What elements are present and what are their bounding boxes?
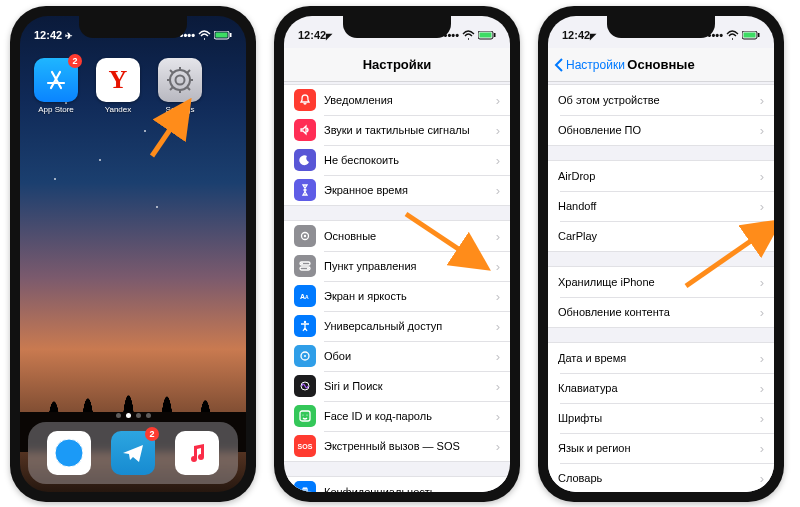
svg-point-25 [304, 235, 306, 237]
row-label: Handoff [558, 200, 760, 212]
faceid-icon [294, 405, 316, 427]
settings-row[interactable]: Siri и Поиск› [284, 371, 510, 401]
status-indicators: •••• [444, 29, 496, 41]
svg-text:A: A [305, 294, 309, 300]
chevron-right-icon: › [496, 289, 500, 304]
general-row[interactable]: CarPlay› [548, 221, 774, 251]
wifi-icon [462, 30, 475, 40]
sos-icon: SOS [294, 435, 316, 457]
hand-icon [294, 481, 316, 492]
settings-row[interactable]: AAЭкран и яркость› [284, 281, 510, 311]
chevron-right-icon: › [760, 169, 764, 184]
settings-row[interactable]: Универсальный доступ› [284, 311, 510, 341]
row-label: Обновление контента [558, 306, 760, 318]
row-label: Экстренный вызов — SOS [324, 440, 496, 452]
chevron-right-icon: › [760, 381, 764, 396]
svg-rect-22 [480, 32, 492, 37]
general-list[interactable]: Об этом устройстве›Обновление ПО›AirDrop… [548, 82, 774, 492]
app-settings[interactable]: Settings [158, 58, 202, 114]
chevron-right-icon: › [496, 259, 500, 274]
settings-row[interactable]: Звуки и тактильные сигналы› [284, 115, 510, 145]
row-label: Обои [324, 350, 496, 362]
battery-icon [478, 31, 496, 40]
row-label: Основные [324, 230, 496, 242]
back-label: Настройки [566, 58, 625, 72]
battery-icon [742, 31, 760, 40]
settings-row[interactable]: Экранное время› [284, 175, 510, 205]
general-row[interactable]: Словарь› [548, 463, 774, 492]
settings-row[interactable]: Обои› [284, 341, 510, 371]
chevron-right-icon: › [760, 275, 764, 290]
chevron-right-icon: › [760, 123, 764, 138]
svg-point-34 [304, 355, 306, 357]
svg-point-29 [307, 268, 309, 270]
app-yandex[interactable]: Y Yandex [96, 58, 140, 114]
chevron-right-icon: › [496, 229, 500, 244]
general-row[interactable]: Хранилище iPhone› [548, 267, 774, 297]
sound-icon [294, 119, 316, 141]
status-time: 12:42 [34, 29, 62, 41]
general-row[interactable]: AirDrop› [548, 161, 774, 191]
settings-row[interactable]: Face ID и код-пароль› [284, 401, 510, 431]
row-label: Уведомления [324, 94, 496, 106]
home-app-row: 2 App Store Y Yandex Settings [34, 58, 202, 114]
row-label: Словарь [558, 472, 760, 484]
chevron-right-icon: › [496, 319, 500, 334]
nav-header: Настройки Основные [548, 48, 774, 82]
settings-row[interactable]: Конфиденциальность› [284, 477, 510, 492]
general-row[interactable]: Обновление ПО› [548, 115, 774, 145]
general-row[interactable]: Язык и регион› [548, 433, 774, 463]
row-label: Дата и время [558, 352, 760, 364]
status-indicators: •••• [180, 29, 232, 41]
chevron-right-icon: › [496, 349, 500, 364]
row-label: Обновление ПО [558, 124, 760, 136]
general-row[interactable]: Handoff› [548, 191, 774, 221]
general-row[interactable]: Об этом устройстве› [548, 85, 774, 115]
gear-icon [165, 65, 195, 95]
row-label: Универсальный доступ [324, 320, 496, 332]
back-button[interactable]: Настройки [554, 48, 625, 81]
svg-line-15 [170, 87, 173, 90]
settings-row[interactable]: Уведомления› [284, 85, 510, 115]
status-indicators: •••• [708, 29, 760, 41]
dock-music[interactable] [175, 431, 219, 475]
chevron-right-icon: › [760, 199, 764, 214]
page-dots [20, 413, 246, 418]
notch [79, 16, 187, 38]
settings-row[interactable]: Пункт управления› [284, 251, 510, 281]
app-appstore[interactable]: 2 App Store [34, 58, 78, 114]
chevron-right-icon: › [496, 153, 500, 168]
dock-safari[interactable] [47, 431, 91, 475]
general-row[interactable]: Обновление контента› [548, 297, 774, 327]
battery-icon [214, 31, 232, 40]
row-label: Экранное время [324, 184, 496, 196]
settings-list[interactable]: Уведомления›Звуки и тактильные сигналы›Н… [284, 82, 510, 492]
svg-line-12 [170, 70, 173, 73]
badge: 2 [145, 427, 159, 441]
status-time: 12:42 [562, 29, 590, 41]
svg-line-13 [187, 87, 190, 90]
dock-telegram[interactable]: 2 [111, 431, 155, 475]
badge: 2 [68, 54, 82, 68]
settings-row[interactable]: SOSЭкстренный вызов — SOS› [284, 431, 510, 461]
general-row[interactable]: Клавиатура› [548, 373, 774, 403]
settings-row[interactable]: Не беспокоить› [284, 145, 510, 175]
chevron-right-icon: › [496, 379, 500, 394]
svg-rect-2 [230, 33, 232, 37]
page-title: Настройки [363, 57, 432, 72]
status-time: 12:42 [298, 29, 326, 41]
phone-settings-root: 12:42◤ •••• Настройки Уведомления›Звуки … [274, 6, 520, 502]
general-row[interactable]: Дата и время› [548, 343, 774, 373]
chevron-right-icon: › [496, 123, 500, 138]
row-label: Экран и яркость [324, 290, 496, 302]
chevron-right-icon: › [496, 439, 500, 454]
general-row[interactable]: Шрифты› [548, 403, 774, 433]
wifi-icon [198, 30, 211, 40]
row-label: CarPlay [558, 230, 760, 242]
row-label: Об этом устройстве [558, 94, 760, 106]
music-icon [185, 441, 209, 465]
svg-point-28 [301, 263, 303, 265]
settings-row[interactable]: Основные› [284, 221, 510, 251]
notch [343, 16, 451, 38]
dock: 2 [28, 422, 238, 484]
